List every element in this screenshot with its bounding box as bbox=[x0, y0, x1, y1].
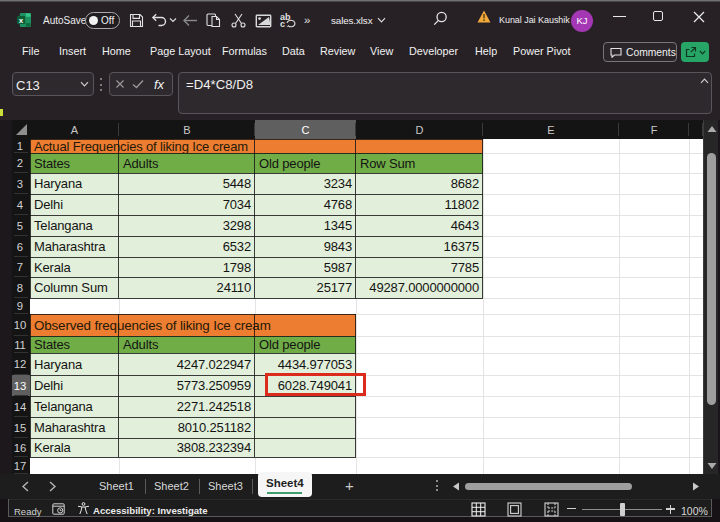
svg-text:x: x bbox=[19, 16, 24, 25]
